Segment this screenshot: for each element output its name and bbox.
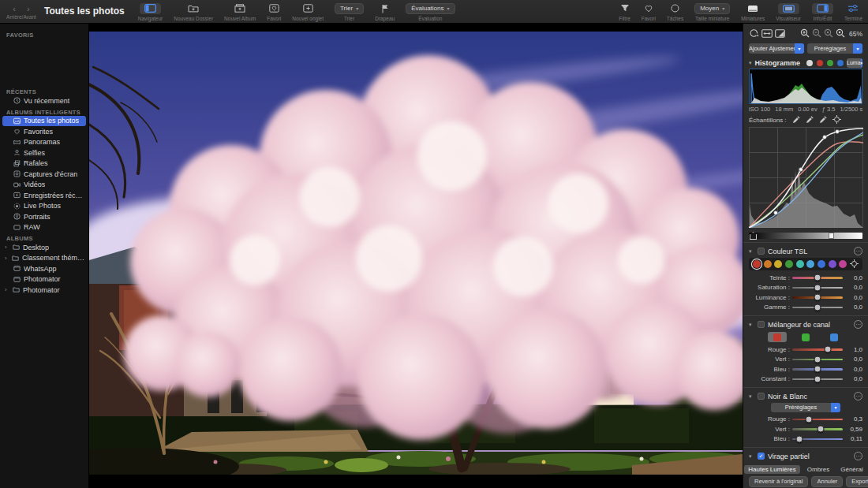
slider-knob[interactable] xyxy=(814,356,821,363)
chevron-down-icon[interactable]: ▾ xyxy=(749,248,754,255)
white-point-handle[interactable] xyxy=(829,233,834,239)
slider-track[interactable] xyxy=(792,378,843,381)
export-button[interactable]: Exporter... xyxy=(846,476,868,487)
slider-track[interactable] xyxy=(792,419,843,421)
slider-track[interactable] xyxy=(792,368,843,371)
disclosure-triangle-icon[interactable]: ▾ xyxy=(749,60,752,66)
hue-picker-icon[interactable] xyxy=(850,257,859,271)
before-after-icon[interactable] xyxy=(775,27,785,41)
slider-knob[interactable] xyxy=(814,375,821,382)
mixer-options-icon[interactable]: ⋯ xyxy=(854,320,862,329)
hsl-options-icon[interactable]: ⋯ xyxy=(854,247,862,255)
slider-track[interactable] xyxy=(792,348,843,351)
sidebar-item-whatsapp[interactable]: WhatsApp xyxy=(0,263,88,274)
favorite-album-button[interactable]: Favori xyxy=(261,0,286,23)
sidebar-item-videos[interactable]: Vidéos xyxy=(0,180,88,191)
slider-track[interactable] xyxy=(792,307,843,309)
sidebar-item-enregistrees-recemment[interactable]: Enregistrées récemment xyxy=(0,190,88,201)
add-adjustment-dropdown[interactable]: Ajouter Ajustement ▾ xyxy=(749,43,804,54)
hue-swatch-purple[interactable] xyxy=(829,260,836,268)
tab-hautes-lumieres[interactable]: Hautes Lumières xyxy=(744,465,799,474)
sidebar-item-portraits[interactable]: Portraits xyxy=(0,211,88,222)
sort-dropdown[interactable]: Trier▾ Trier xyxy=(329,0,369,23)
mixer-channel-blue[interactable] xyxy=(825,332,844,342)
slider-track[interactable] xyxy=(792,359,843,361)
black-point-handle[interactable] xyxy=(750,232,757,240)
back-button[interactable]: ‹ xyxy=(13,5,16,13)
tab-general[interactable]: Général xyxy=(836,465,866,474)
flag-button[interactable]: Drapeau xyxy=(369,0,400,23)
curves-range-slider[interactable] xyxy=(749,233,862,239)
hue-swatch-yellow[interactable] xyxy=(774,260,782,268)
done-button[interactable]: Terminé xyxy=(839,0,868,23)
photo-canvas[interactable] xyxy=(89,24,743,488)
rotate-icon[interactable] xyxy=(749,27,759,41)
hue-swatch-lightblue[interactable] xyxy=(806,260,814,268)
new-folder-button[interactable]: Nouveau Dossier xyxy=(168,0,219,23)
ratings-dropdown[interactable]: Évaluations▾ Évaluation xyxy=(400,0,460,23)
sidebar-item-raw[interactable]: RAW xyxy=(0,222,88,233)
slider-knob[interactable] xyxy=(814,304,821,311)
sidebar-item-selfies[interactable]: Selfies xyxy=(0,147,88,158)
thumb-size-dropdown[interactable]: Moyen▾ Taille miniature xyxy=(689,0,735,23)
sidebar-item-captures-ecran[interactable]: Captures d'écran xyxy=(0,169,88,180)
slider-knob[interactable] xyxy=(814,294,821,301)
sidebar-item-rafales[interactable]: Rafales xyxy=(0,158,88,169)
info-edit-button[interactable]: Info/Édit xyxy=(806,0,839,23)
chevron-down-icon[interactable]: ▾ xyxy=(749,453,754,460)
chevron-down-icon[interactable]: ▾ xyxy=(749,393,754,400)
sidebar-item-photomator[interactable]: Photomator xyxy=(0,274,88,285)
slider-track[interactable] xyxy=(792,428,843,430)
tasks-button[interactable]: Tâches xyxy=(661,0,689,23)
sample-target-icon[interactable] xyxy=(832,115,841,125)
eyedropper-icon[interactable] xyxy=(792,116,800,125)
hue-swatch-red[interactable] xyxy=(753,260,761,268)
hue-swatch-orange[interactable] xyxy=(764,260,772,268)
sidebar-item-favorites[interactable]: Favorites xyxy=(0,126,88,137)
hue-swatch-magenta[interactable] xyxy=(839,260,847,268)
hue-swatch-blue[interactable] xyxy=(817,260,825,268)
sidebar-item-photomator-2[interactable]: › Photomator xyxy=(0,285,88,296)
zoom-fit-icon[interactable] xyxy=(824,27,833,41)
hsl-enable-checkbox[interactable] xyxy=(758,248,765,255)
zoom-in-icon[interactable] xyxy=(800,27,810,41)
channel-dot-blue[interactable] xyxy=(837,60,844,66)
bw-options-icon[interactable]: ⋯ xyxy=(854,392,862,400)
channel-dot-red[interactable] xyxy=(817,60,823,66)
slider-track[interactable] xyxy=(792,438,843,441)
presets-dropdown[interactable]: Préréglages ▾ xyxy=(807,43,862,54)
navigator-button[interactable]: Navigateur xyxy=(133,0,168,23)
thumbnails-button[interactable]: Miniatures xyxy=(735,0,770,23)
sidebar-item-live-photos[interactable]: Live Photos xyxy=(0,201,88,212)
disclosure-chevron-icon[interactable]: › xyxy=(5,255,9,262)
eyedropper-icon[interactable] xyxy=(819,116,827,125)
slider-knob[interactable] xyxy=(817,426,825,433)
split-toning-options-icon[interactable]: ⋯ xyxy=(854,452,862,460)
favorite-filter-button[interactable]: Favori xyxy=(636,0,661,23)
slider-track[interactable] xyxy=(792,296,843,299)
hue-swatch-teal[interactable] xyxy=(796,260,804,268)
revert-button[interactable]: Revenir à l'original xyxy=(749,476,808,487)
bw-presets-dropdown[interactable]: Préréglages ▾ xyxy=(771,403,840,412)
sidebar-item-classement-thematique[interactable]: › Classement thématique xyxy=(0,253,88,264)
eyedropper-icon[interactable] xyxy=(806,116,814,125)
new-album-button[interactable]: Nouvel Album xyxy=(219,0,261,23)
slider-track[interactable] xyxy=(792,287,843,289)
channel-dot-white[interactable] xyxy=(806,60,813,66)
disclosure-chevron-icon[interactable]: › xyxy=(5,244,9,251)
bw-enable-checkbox[interactable] xyxy=(758,393,765,400)
slider-knob[interactable] xyxy=(824,346,831,353)
sidebar-item-vu-recemment[interactable]: Vu récemment xyxy=(0,95,88,106)
tab-ombres[interactable]: Ombres xyxy=(803,465,833,474)
slider-knob[interactable] xyxy=(806,415,813,423)
zoom-out-icon[interactable] xyxy=(812,27,821,41)
slider-knob[interactable] xyxy=(814,274,821,281)
forward-button[interactable]: › xyxy=(27,5,30,13)
mixer-channel-green[interactable] xyxy=(796,332,815,342)
zoom-actual-icon[interactable] xyxy=(836,27,845,41)
slider-knob[interactable] xyxy=(795,435,803,442)
sidebar-item-panoramas[interactable]: Panoramas xyxy=(0,137,88,148)
histogram-channel-select[interactable]: Luma ▾ xyxy=(847,58,862,68)
disclosure-chevron-icon[interactable]: › xyxy=(5,286,9,293)
split-toning-checkbox[interactable]: ✓ xyxy=(758,453,765,460)
